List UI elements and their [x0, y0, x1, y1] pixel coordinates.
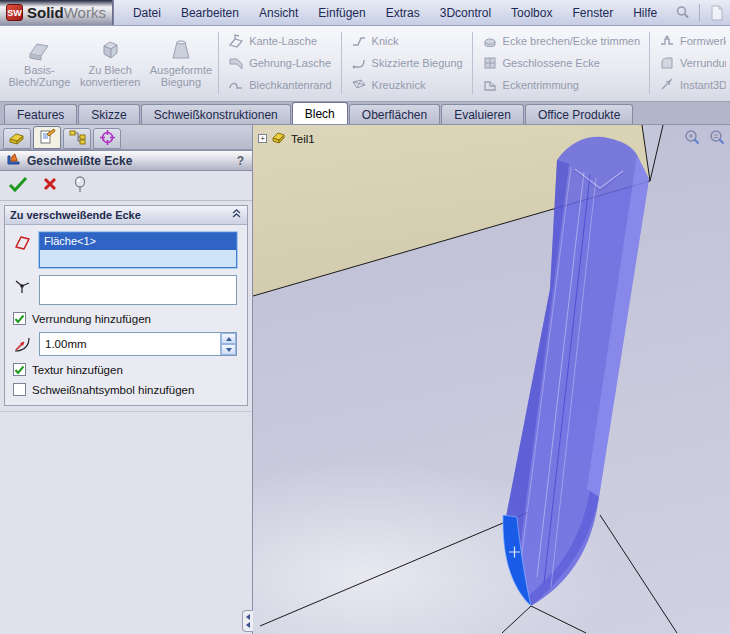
- face-selection-listbox[interactable]: Fläche<1>: [39, 232, 237, 268]
- part-icon: [271, 130, 287, 147]
- panel-splitter-handle[interactable]: [242, 610, 253, 632]
- toolbar-separator: [649, 32, 650, 94]
- cross-break-button[interactable]: Kreuzknick: [348, 75, 466, 96]
- spin-down-button[interactable]: [221, 344, 236, 355]
- menu-toolbox[interactable]: Toolbox: [502, 3, 561, 23]
- tree-item-label[interactable]: Teil1: [291, 133, 315, 145]
- pin-button[interactable]: [72, 176, 88, 196]
- instant3d-button[interactable]: Instant3D: [656, 75, 722, 96]
- texture-checkbox-label: Textur hinzufügen: [32, 364, 123, 376]
- toolbar-separator: [472, 32, 473, 94]
- fillet-checkbox-label: Verrundung hinzufügen: [32, 313, 151, 325]
- forming-tool-icon: [659, 33, 675, 49]
- vertex-selection-listbox[interactable]: [39, 275, 237, 305]
- sketched-bend-button[interactable]: Skizzierte Biegung: [348, 53, 466, 74]
- texture-checkbox-row[interactable]: Textur hinzufügen: [11, 363, 241, 376]
- cross-break-icon: [351, 77, 367, 93]
- edge-flange-button[interactable]: Kante-Lasche: [225, 31, 335, 52]
- toolbar-separator: [218, 32, 219, 94]
- tab-schweisskonstruktionen[interactable]: Schweißkonstruktionen: [141, 104, 291, 124]
- lofted-label-1: Ausgeformte: [150, 64, 212, 76]
- feature-tree-icon: [8, 130, 26, 148]
- hem-icon: [228, 77, 244, 93]
- menubar: Datei Bearbeiten Ansicht Einfügen Extras…: [114, 0, 730, 25]
- corner-to-weld-group: Zu verschweißende Ecke Fläche<1>: [4, 205, 248, 406]
- closed-corner-icon: [482, 55, 498, 71]
- miter-flange-button[interactable]: Gehrung-Lasche: [225, 53, 335, 74]
- new-document-icon[interactable]: [707, 3, 727, 23]
- convert-to-sheetmetal-button[interactable]: Zu Blech konvertieren: [75, 28, 146, 98]
- jog-button[interactable]: Knick: [348, 31, 466, 52]
- menu-3dcontrol[interactable]: 3Dcontrol: [431, 3, 500, 23]
- menu-extras[interactable]: Extras: [377, 3, 429, 23]
- tab-featuremanager-tree[interactable]: [3, 128, 31, 149]
- cancel-button[interactable]: [42, 176, 58, 195]
- toolbar-separator: [341, 32, 342, 94]
- tab-features[interactable]: Features: [4, 104, 77, 124]
- radius-value[interactable]: 1.00mm: [40, 333, 220, 355]
- tab-skizze[interactable]: Skizze: [78, 104, 139, 124]
- fillet-checkbox[interactable]: [13, 312, 26, 325]
- help-button[interactable]: ?: [237, 154, 246, 168]
- fillet-button[interactable]: Verrundung: [656, 53, 722, 74]
- solidworks-logo: SW SolidWorks: [0, 0, 113, 25]
- edge-flange-icon: [228, 33, 244, 49]
- menu-hilfe[interactable]: Hilfe: [624, 3, 666, 23]
- texture-checkbox[interactable]: [13, 363, 26, 376]
- groupbox-header[interactable]: Zu verschweißende Ecke: [5, 206, 247, 225]
- menu-bearbeiten[interactable]: Bearbeiten: [172, 3, 248, 23]
- weldsymbol-checkbox-row[interactable]: Schweißnahtsymbol hinzufügen: [11, 383, 241, 396]
- zoom-in-icon[interactable]: [683, 129, 701, 150]
- menu-einfuegen[interactable]: Einfügen: [309, 3, 374, 23]
- hem-button[interactable]: Blechkantenrand: [225, 75, 335, 96]
- fillet-radius-row: 1.00mm: [11, 332, 241, 356]
- ok-button[interactable]: [8, 176, 28, 196]
- viewport-zoom-tools: [683, 129, 726, 150]
- panel-empty-area: [0, 411, 252, 634]
- vertex-select-icon: [11, 275, 33, 294]
- radius-spinner: [220, 333, 236, 355]
- tab-oberflaechen[interactable]: Oberflächen: [349, 104, 440, 124]
- break-corner-button[interactable]: Ecke brechen/Ecke trimmen: [479, 31, 644, 52]
- tab-propertymanager[interactable]: [33, 126, 61, 149]
- weldsymbol-checkbox[interactable]: [13, 383, 26, 396]
- toolbar-group-bends: Knick Skizzierte Biegung Kreuzknick: [344, 28, 470, 98]
- lofted-label-2: Biegung: [161, 76, 201, 88]
- tab-configurationmanager[interactable]: [63, 128, 91, 149]
- collapse-chevron-icon[interactable]: [231, 208, 242, 222]
- search-icon[interactable]: [672, 3, 692, 23]
- welded-corner-icon: [6, 152, 22, 169]
- model-scene: [253, 125, 730, 634]
- menu-ansicht[interactable]: Ansicht: [250, 3, 307, 23]
- fillet-checkbox-row[interactable]: Verrundung hinzufügen: [11, 312, 241, 325]
- menu-fenster[interactable]: Fenster: [563, 3, 622, 23]
- tab-blech[interactable]: Blech: [292, 102, 348, 124]
- brand-text: SolidWorks: [27, 4, 106, 21]
- tab-dimxpert[interactable]: [93, 128, 121, 149]
- zoom-out-icon[interactable]: [708, 129, 726, 150]
- base-flange-button[interactable]: Basis-Blech/Zunge: [4, 28, 75, 98]
- dimxpert-target-icon: [99, 129, 116, 149]
- break-corner-icon: [482, 33, 498, 49]
- forming-tool-button[interactable]: Formwerkzeuge: [656, 31, 722, 52]
- sheet-metal-toolbar: Basis-Blech/Zunge Zu Blech konvertieren …: [0, 26, 730, 102]
- base-flange-label: Basis-Blech/Zunge: [4, 64, 75, 88]
- selected-face-item[interactable]: Fläche<1>: [40, 233, 236, 250]
- tab-office-produkte[interactable]: Office Produkte: [525, 104, 634, 124]
- radius-input[interactable]: 1.00mm: [39, 332, 237, 356]
- corner-trim-button[interactable]: Eckentrimmung: [479, 75, 644, 96]
- lofted-bend-button[interactable]: Ausgeformte Biegung: [146, 28, 217, 98]
- tree-expand-button[interactable]: +: [258, 134, 267, 143]
- corner-trim-icon: [482, 77, 498, 93]
- convert-label-1: Zu Blech: [88, 64, 131, 76]
- miter-flange-icon: [228, 55, 244, 71]
- spin-up-button[interactable]: [221, 333, 236, 344]
- tab-evaluieren[interactable]: Evaluieren: [441, 104, 524, 124]
- closed-corner-button[interactable]: Geschlossene Ecke: [479, 53, 644, 74]
- viewport-feature-tree: + Teil1: [258, 130, 315, 147]
- panel-tab-strip: [0, 125, 252, 150]
- graphics-viewport[interactable]: + Teil1: [253, 125, 730, 634]
- menu-datei[interactable]: Datei: [124, 3, 170, 23]
- property-manager-icon: [38, 128, 56, 147]
- radius-icon: [11, 335, 33, 354]
